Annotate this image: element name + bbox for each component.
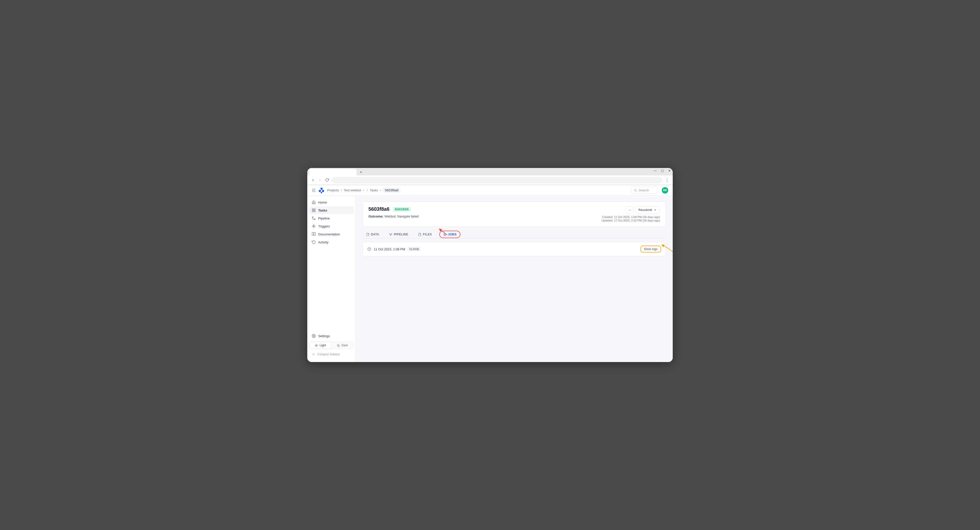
reload-button[interactable] <box>325 178 329 182</box>
search-icon <box>634 188 637 192</box>
collapse-sidebar-button[interactable]: Collapse Sidebar <box>309 351 353 358</box>
collapse-sidebar-label: Collapse Sidebar <box>317 353 340 356</box>
breadcrumb-projects[interactable]: Projects <box>327 188 339 192</box>
svg-line-22 <box>315 344 316 345</box>
svg-point-15 <box>312 217 313 218</box>
browser-window: + — ▢ ✕ ⋮ <box>307 168 673 362</box>
updated-label: Updated: <box>601 219 613 222</box>
created-value: 11 Oct 2023, 1:08 PM (35 days ago) <box>614 216 660 219</box>
sidebar-item-label: Activity <box>318 240 328 244</box>
svg-rect-11 <box>312 209 313 210</box>
gear-icon <box>312 334 316 338</box>
svg-marker-17 <box>312 224 315 228</box>
theme-dark-label: Dark <box>342 344 348 347</box>
outcome-label: Outcome: <box>368 214 383 218</box>
sidebar-item-home[interactable]: Home <box>309 199 353 206</box>
svg-point-32 <box>444 233 446 236</box>
book-icon <box>312 232 316 236</box>
svg-rect-14 <box>312 211 313 212</box>
tab-label: JOBS <box>448 233 457 236</box>
theme-light-label: Light <box>320 344 326 347</box>
main-content: 5603f8a6 SUCCESS Outcome: Webbot: Naviga… <box>356 196 673 362</box>
browser-toolbar: ⋮ <box>307 176 673 185</box>
svg-point-1 <box>313 189 314 190</box>
browser-tab[interactable] <box>309 169 356 176</box>
svg-point-7 <box>313 191 314 192</box>
app-body: Home Tasks Pipeline Triggers Documentati… <box>307 196 673 362</box>
clock-icon <box>368 247 371 251</box>
address-bar[interactable] <box>332 177 662 184</box>
app-grid-icon[interactable] <box>312 188 316 192</box>
svg-point-19 <box>316 345 317 346</box>
created-meta: Created: 11 Oct 2023, 1:08 PM (35 days a… <box>601 216 660 219</box>
home-icon <box>312 200 316 204</box>
tab-files[interactable]: FILES <box>416 231 434 238</box>
pipeline-icon <box>389 233 392 236</box>
browser-chrome: + — ▢ ✕ ⋮ <box>307 168 673 185</box>
task-header-card: 5603f8a6 SUCCESS Outcome: Webbot: Naviga… <box>363 201 666 227</box>
sidebar-item-triggers[interactable]: Triggers <box>309 222 353 230</box>
svg-point-3 <box>312 190 313 191</box>
svg-point-28 <box>390 233 390 234</box>
breadcrumb-separator: / <box>367 188 368 192</box>
sidebar: Home Tasks Pipeline Triggers Documentati… <box>307 196 356 362</box>
task-id: 5603f8a6 <box>368 206 390 212</box>
jobs-icon <box>443 233 447 236</box>
outcome-value: Webbot: Navigate failed <box>384 214 418 218</box>
resubmit-button[interactable]: Resubmit <box>635 206 660 214</box>
svg-point-9 <box>634 189 636 191</box>
sidebar-item-activity[interactable]: Activity <box>309 238 353 246</box>
tab-label: DATA <box>371 233 379 236</box>
job-row: 11 Oct 2023, 1:08 PM CLOUD Show logs <box>363 242 666 256</box>
maximize-button[interactable]: ▢ <box>661 169 664 172</box>
sun-icon <box>315 344 318 347</box>
sidebar-item-documentation[interactable]: Documentation <box>309 230 353 238</box>
tab-jobs[interactable]: JOBS <box>439 231 460 238</box>
sidebar-item-label: Documentation <box>318 232 340 236</box>
new-tab-button[interactable]: + <box>358 170 363 175</box>
ellipsis-icon: ··· <box>628 208 631 212</box>
sidebar-item-label: Pipeline <box>318 217 330 220</box>
task-outcome: Outcome: Webbot: Navigate failed <box>368 214 418 218</box>
chevron-down-icon <box>362 189 365 192</box>
search-input[interactable]: Search <box>631 187 658 193</box>
theme-dark-button[interactable]: Dark <box>331 342 353 349</box>
svg-point-31 <box>444 234 445 235</box>
more-actions-button[interactable]: ··· <box>626 206 633 214</box>
tasks-icon <box>312 208 316 212</box>
svg-point-8 <box>315 191 315 192</box>
breadcrumb-project-label: Test webbot <box>344 188 361 192</box>
svg-rect-12 <box>314 209 315 210</box>
breadcrumb-project[interactable]: Test webbot <box>344 188 365 192</box>
tab-data[interactable]: DATA <box>364 231 382 238</box>
sidebar-item-settings[interactable]: Settings <box>309 332 353 340</box>
search-placeholder: Search <box>639 188 649 192</box>
resubmit-label: Resubmit <box>638 208 652 212</box>
breadcrumb-separator: / <box>341 188 342 192</box>
sidebar-item-tasks[interactable]: Tasks <box>309 206 353 214</box>
theme-toggle: Light Dark <box>309 342 353 349</box>
minimize-button[interactable]: — <box>654 169 657 172</box>
status-badge: SUCCESS <box>393 207 411 211</box>
svg-point-30 <box>391 235 391 235</box>
breadcrumb-tasks[interactable]: Tasks <box>370 188 378 192</box>
tab-pipeline[interactable]: PIPELINE <box>387 231 411 238</box>
app-logo[interactable] <box>319 188 324 193</box>
forward-button[interactable] <box>318 178 322 182</box>
activity-icon <box>312 240 316 244</box>
browser-menu-button[interactable]: ⋮ <box>665 177 669 183</box>
updated-meta: Updated: 17 Oct 2023, 2:32 PM (28 days a… <box>601 219 660 222</box>
svg-point-29 <box>391 233 392 234</box>
theme-light-button[interactable]: Light <box>310 342 331 349</box>
close-window-button[interactable]: ✕ <box>668 169 671 172</box>
svg-point-5 <box>315 190 315 191</box>
triggers-icon <box>312 224 316 228</box>
back-button[interactable] <box>311 178 315 182</box>
sidebar-item-pipeline[interactable]: Pipeline <box>309 214 353 222</box>
sidebar-item-label: Tasks <box>318 209 327 212</box>
job-timestamp: 11 Oct 2023, 1:08 PM <box>374 247 405 251</box>
show-logs-button[interactable]: Show logs <box>640 246 661 252</box>
breadcrumb: Projects / Test webbot / Tasks / 5603f8a… <box>327 188 401 193</box>
avatar[interactable]: BB <box>662 187 668 193</box>
breadcrumb-current: 5603f8a6 <box>383 188 400 193</box>
